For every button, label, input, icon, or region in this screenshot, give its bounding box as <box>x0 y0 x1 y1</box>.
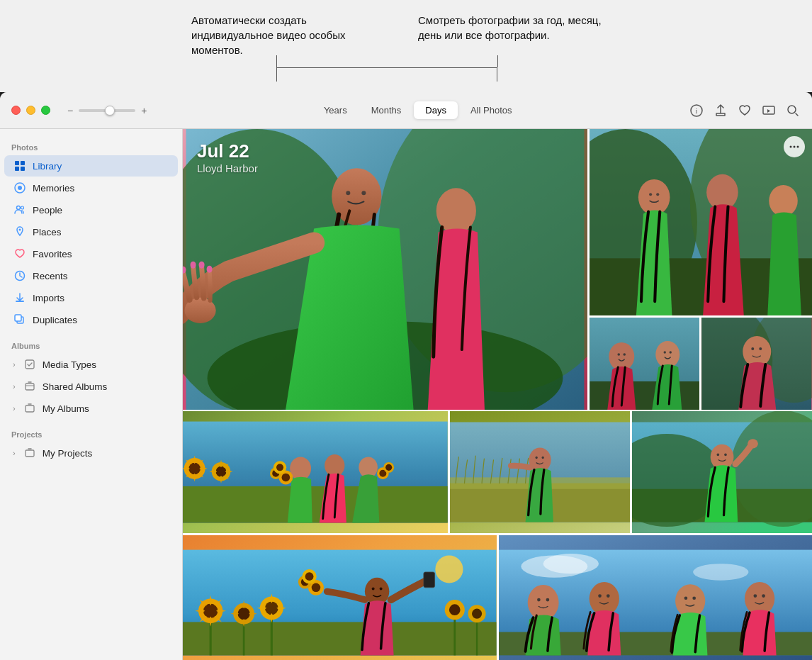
sidebar-item-shared-albums[interactable]: › Shared Albums <box>4 376 178 397</box>
sidebar-item-people[interactable]: People <box>4 199 178 220</box>
expand-icon-shared-albums: › <box>13 382 16 391</box>
toolbar-actions: i <box>689 103 801 118</box>
sidebar-label-media-types: Media Types <box>43 359 96 370</box>
search-button[interactable] <box>785 103 801 118</box>
tab-all-photos[interactable]: All Photos <box>459 101 524 119</box>
callout-line-right <box>497 55 498 67</box>
svg-point-130 <box>598 594 602 598</box>
svg-rect-14 <box>16 301 24 302</box>
svg-point-133 <box>684 596 687 600</box>
svg-point-83 <box>535 457 537 459</box>
svg-point-43 <box>790 146 792 148</box>
zoom-thumb[interactable] <box>105 106 115 116</box>
third-row <box>183 535 812 660</box>
sidebar-item-favorites[interactable]: Favorites <box>4 243 178 264</box>
svg-point-104 <box>265 601 278 615</box>
duplicates-icon <box>13 313 27 327</box>
expand-icon-my-projects: › <box>13 449 16 457</box>
svg-point-131 <box>606 594 609 598</box>
svg-rect-18 <box>26 384 34 390</box>
hero-right-bottom-left-photo[interactable] <box>590 318 700 410</box>
svg-point-128 <box>546 598 549 602</box>
third-row-left-photo[interactable] <box>183 535 497 660</box>
svg-point-11 <box>21 206 24 209</box>
svg-text:i: i <box>696 107 698 115</box>
sidebar-item-media-types[interactable]: › Media Types <box>4 354 178 375</box>
hero-main-photo[interactable]: Jul 22 Lloyd Harbor <box>183 129 587 410</box>
sidebar-item-imports[interactable]: Imports <box>4 287 178 308</box>
svg-rect-19 <box>26 405 34 412</box>
svg-point-129 <box>589 582 619 615</box>
sidebar-item-my-projects[interactable]: › My Projects <box>4 442 178 464</box>
photo-area[interactable]: Jul 22 Lloyd Harbor <box>183 129 812 660</box>
svg-point-110 <box>312 583 321 593</box>
zoom-controls: − + <box>67 105 147 116</box>
hero-right-bottom-right-photo[interactable] <box>701 318 812 410</box>
sidebar-item-memories[interactable]: Memories <box>4 177 178 198</box>
memories-icon <box>13 181 27 195</box>
recents-icon <box>13 269 27 283</box>
callout-right-text: Смотреть фотографии за год, месяц, день … <box>418 14 602 41</box>
svg-point-38 <box>638 179 670 216</box>
svg-point-40 <box>769 185 798 217</box>
second-row-right-photo[interactable] <box>632 411 812 533</box>
info-button[interactable]: i <box>689 103 704 118</box>
callout-bracket <box>276 67 497 82</box>
svg-point-10 <box>17 206 21 210</box>
app-window: − + Years Months Days All Photos i <box>0 92 812 660</box>
zoom-in-button[interactable]: + <box>141 105 147 116</box>
svg-rect-47 <box>590 381 699 410</box>
svg-point-33 <box>361 191 366 195</box>
second-row-left-photo[interactable] <box>183 411 448 533</box>
minimize-button[interactable] <box>26 106 35 115</box>
svg-point-72 <box>276 464 283 471</box>
svg-point-117 <box>449 604 461 615</box>
fullscreen-button[interactable] <box>41 106 50 115</box>
places-icon <box>13 225 27 239</box>
svg-point-134 <box>692 596 696 600</box>
svg-point-32 <box>346 191 350 195</box>
zoom-out-button[interactable]: − <box>67 105 73 116</box>
svg-point-66 <box>290 457 311 480</box>
sidebar-item-duplicates[interactable]: Duplicates <box>4 309 178 330</box>
close-button[interactable] <box>11 106 21 115</box>
sidebar-item-library[interactable]: Library <box>4 155 178 177</box>
tab-years[interactable]: Years <box>312 101 359 119</box>
svg-point-28 <box>191 262 196 269</box>
date-header: Jul 22 Lloyd Harbor <box>183 129 272 180</box>
expand-icon-media-types: › <box>13 360 16 369</box>
favorite-button[interactable] <box>737 103 752 118</box>
svg-point-29 <box>199 262 205 269</box>
callout-area: Автоматически создать индивидуальное вид… <box>0 0 812 92</box>
sidebar-item-places[interactable]: Places <box>4 221 178 242</box>
slideshow-button[interactable] <box>761 103 777 118</box>
svg-point-68 <box>282 474 291 482</box>
sidebar-item-my-albums[interactable]: › My Albums <box>4 398 178 419</box>
my-albums-icon <box>23 401 37 415</box>
sidebar-label-memories: Memories <box>33 183 74 194</box>
sidebar-label-my-projects: My Projects <box>43 448 93 459</box>
svg-point-124 <box>693 564 748 580</box>
svg-point-65 <box>216 466 227 477</box>
svg-point-132 <box>675 584 705 617</box>
zoom-slider[interactable] <box>79 109 135 112</box>
svg-point-107 <box>372 587 375 590</box>
sidebar-label-imports: Imports <box>33 293 64 303</box>
svg-point-9 <box>18 186 22 190</box>
third-row-right-photo[interactable] <box>499 535 813 660</box>
share-button[interactable] <box>713 103 728 118</box>
second-row-mid-photo[interactable] <box>450 411 630 533</box>
more-options-button[interactable] <box>784 136 805 157</box>
svg-rect-5 <box>21 161 25 165</box>
callout-right: Смотреть фотографии за год, месяц, день … <box>418 13 616 43</box>
tab-months[interactable]: Months <box>360 101 413 119</box>
svg-rect-6 <box>15 167 19 171</box>
tab-days[interactable]: Days <box>414 101 458 119</box>
svg-point-101 <box>238 608 250 620</box>
expand-icon-my-albums: › <box>13 404 16 413</box>
shared-albums-icon <box>23 379 37 393</box>
sidebar-label-recents: Recents <box>33 271 68 281</box>
sidebar-item-recents[interactable]: Recents <box>4 265 178 286</box>
my-projects-icon <box>23 446 37 460</box>
hero-right-top-photo[interactable] <box>590 129 812 315</box>
